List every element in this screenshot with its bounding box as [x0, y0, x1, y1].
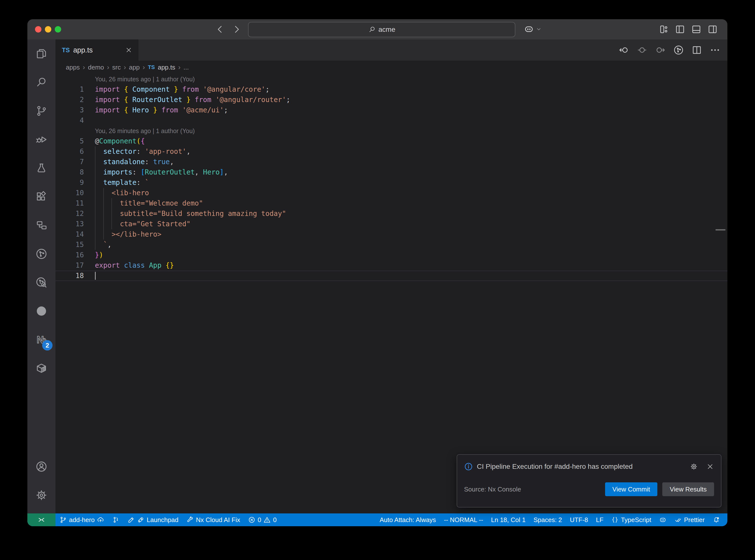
code-line[interactable]: 5@Component({: [56, 136, 728, 146]
code-line[interactable]: 8 imports: [RouterOutlet, Hero],: [56, 167, 728, 178]
blame-annotation: You, 26 minutes ago | 1 author (You): [56, 126, 728, 136]
line-number: 14: [56, 229, 84, 240]
code-line[interactable]: 9 template: `: [56, 178, 728, 188]
toggle-secondary-sidebar-icon[interactable]: [707, 24, 718, 35]
copilot-status[interactable]: [655, 514, 671, 526]
sidebar-item-containers[interactable]: [27, 354, 56, 382]
code-line[interactable]: 7 standalone: true,: [56, 157, 728, 167]
toggle-panel-icon[interactable]: [691, 24, 702, 35]
split-editor-icon[interactable]: [691, 45, 702, 56]
breadcrumb-item[interactable]: apps: [66, 64, 80, 71]
auto-attach-status[interactable]: Auto Attach: Always: [376, 514, 440, 526]
code-line[interactable]: 15 `,: [56, 240, 728, 250]
line-number: 17: [56, 260, 84, 271]
search-icon: [368, 26, 376, 34]
code-line[interactable]: 2import { RouterOutlet } from '@angular/…: [56, 95, 728, 105]
breadcrumb-item[interactable]: app: [129, 64, 140, 71]
warning-icon: [263, 516, 271, 523]
history-forward-icon[interactable]: [232, 24, 242, 35]
code-line[interactable]: 6 selector: 'app-root',: [56, 146, 728, 157]
line-number: 15: [56, 240, 84, 250]
next-change-icon[interactable]: [655, 45, 666, 56]
line-number: 10: [56, 188, 84, 198]
code-line[interactable]: 17export class App {}: [56, 260, 728, 271]
indentation-status[interactable]: Spaces: 2: [530, 514, 566, 526]
encoding-status[interactable]: UTF-8: [566, 514, 592, 526]
sidebar-item-extensions[interactable]: [27, 182, 56, 211]
tab-app-ts[interactable]: TS app.ts: [56, 39, 138, 61]
code-line[interactable]: 16}): [56, 250, 728, 260]
remote-indicator[interactable]: [27, 514, 56, 526]
breadcrumb-item[interactable]: ...: [183, 64, 189, 71]
code-line[interactable]: 13 cta="Get Started": [56, 219, 728, 229]
nx-cloud-status[interactable]: Nx Cloud AI Fix: [182, 514, 244, 526]
notification-title: CI Pipeline Execution for #add-hero has …: [477, 463, 681, 471]
indent-guide: [103, 229, 104, 240]
code-line[interactable]: 1import { Component } from '@angular/cor…: [56, 84, 728, 95]
breadcrumb-item[interactable]: demo: [88, 64, 104, 71]
toggle-primary-sidebar-icon[interactable]: [675, 24, 686, 35]
notification-close-icon[interactable]: [706, 463, 714, 471]
launchpad-status[interactable]: Launchpad: [123, 514, 182, 526]
history-back-icon[interactable]: [215, 24, 225, 35]
code-line[interactable]: 11 title="Welcmoe demo": [56, 198, 728, 208]
view-results-button[interactable]: View Results: [662, 482, 714, 496]
sidebar-item-project-flow[interactable]: [27, 211, 56, 240]
sidebar-item-search[interactable]: [27, 68, 56, 97]
sidebar-item-nx-graph[interactable]: [27, 240, 56, 268]
notifications-status[interactable]: [709, 514, 724, 526]
language-mode-status[interactable]: TypeScript: [607, 514, 655, 526]
cursor-position-status[interactable]: Ln 18, Col 1: [487, 514, 530, 526]
sidebar-item-run-debug[interactable]: [27, 125, 56, 154]
breadcrumb-item[interactable]: app.ts: [158, 64, 175, 71]
code-line[interactable]: 12 subtitle="Build something amazing tod…: [56, 208, 728, 219]
indent-guide: [112, 219, 112, 229]
problems-status[interactable]: 0 0: [244, 514, 281, 526]
sidebar-item-source-control[interactable]: [27, 97, 56, 125]
code-line[interactable]: 10 <lib-hero: [56, 188, 728, 198]
maximize-window-button[interactable]: [55, 26, 61, 33]
sidebar-item-edge-browser[interactable]: [27, 297, 56, 325]
code-line[interactable]: 3import { Hero } from '@acme/ui';: [56, 105, 728, 115]
current-change-icon[interactable]: [637, 45, 648, 56]
copilot-menu[interactable]: [523, 24, 542, 35]
customize-layout-icon[interactable]: [658, 24, 669, 35]
minimize-window-button[interactable]: [45, 26, 51, 33]
commit-graph-status[interactable]: [108, 514, 123, 526]
sidebar-item-nx-graph-search[interactable]: [27, 268, 56, 297]
more-actions-icon[interactable]: [710, 45, 720, 56]
sidebar-item-explorer[interactable]: [27, 39, 56, 68]
extensions-icon: [35, 191, 47, 203]
breadcrumb-item[interactable]: src: [112, 64, 121, 71]
indent-guide: [103, 219, 104, 229]
notification-settings-gear-icon[interactable]: [690, 463, 698, 471]
line-number: 11: [56, 198, 84, 208]
sidebar-item-nx-console[interactable]: N› 2: [27, 325, 56, 354]
code-line[interactable]: 4: [56, 115, 728, 126]
line-number: 1: [56, 84, 84, 95]
indent-guide: [95, 240, 95, 250]
scrollbar-mark[interactable]: [716, 229, 726, 231]
settings-button[interactable]: [27, 481, 56, 509]
sidebar-item-testing[interactable]: [27, 154, 56, 182]
eol-status[interactable]: LF: [592, 514, 607, 526]
git-branch-status[interactable]: add-hero: [56, 514, 108, 526]
formatter-status[interactable]: Prettier: [671, 514, 709, 526]
nx-graph-action-icon[interactable]: [673, 45, 684, 56]
title-bar: acme: [27, 19, 728, 39]
close-tab-icon[interactable]: [125, 46, 133, 54]
remote-icon: [37, 516, 46, 524]
command-center-search[interactable]: acme: [248, 22, 515, 37]
code-line[interactable]: 14 ></lib-hero>: [56, 229, 728, 240]
accounts-button[interactable]: [27, 452, 56, 481]
line-number: 7: [56, 157, 84, 167]
git-branch-icon: [59, 516, 67, 523]
close-window-button[interactable]: [35, 26, 41, 33]
code-line[interactable]: 18: [56, 271, 728, 281]
previous-change-icon[interactable]: [618, 45, 629, 56]
edge-browser-icon: [35, 305, 47, 317]
view-commit-button[interactable]: View Commit: [605, 482, 658, 496]
typescript-file-icon: TS: [148, 64, 155, 71]
vim-mode-status[interactable]: -- NORMAL --: [440, 514, 487, 526]
graph-search-icon: [35, 276, 47, 288]
